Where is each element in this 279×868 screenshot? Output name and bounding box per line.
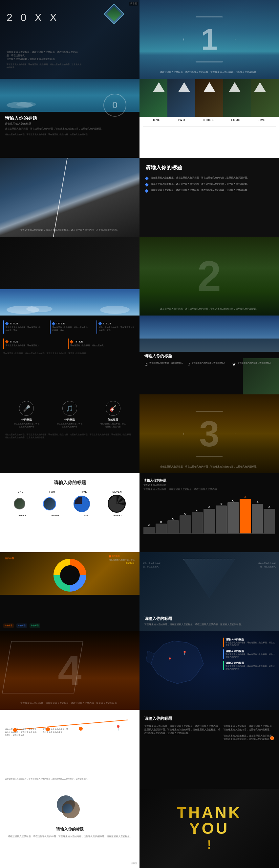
text-col-1: 请在这里输入您的标题，请在这里输入您的标题，请在这里输入您的内容，这里输入您的副… — [144, 725, 220, 741]
pie-tag-2: 你的标题 — [16, 623, 27, 628]
timeline-dot-3 — [79, 727, 83, 731]
content-title: 请输入你的标题 — [145, 164, 273, 171]
mountain-bg — [0, 158, 139, 237]
timeline-circles-slide: 请输入你的标题 ONE TWO FIVE SEVEN T — [0, 473, 139, 552]
cover-slide-left: 演示园 2 0 X X 请在这里输入您的标题，请在这里输入您的标题，请在这里输入… — [0, 0, 139, 79]
watermark-final: 演示园 — [131, 862, 137, 865]
pie-top-right-labels: 你的标题 请在这里输入您的标题，请在 — [109, 555, 135, 561]
text-col-title: 请输入你的标题 — [144, 716, 274, 721]
timeline-top-labels: ONE TWO FIVE SEVEN — [5, 491, 135, 493]
final-body: 请在这里输入您的标题，请在这里输入您的标题，请在这里输入您的内容，这里输入您的副… — [5, 835, 135, 838]
icon-circles-footer: 请在这里输入您的标题，请在这里输入您的标题，请在这里输入您的内容，这里输入您的副… — [5, 433, 135, 439]
nav-one: ONE — [153, 118, 161, 122]
bullet-item-3: 请在这里输入您的标题，请在这里输入您的标题，请在这里输入您的内容，这里输入您的副… — [145, 189, 273, 192]
circle-1 — [14, 498, 25, 509]
text-col-2: 请在这里输入您的标题，请在这里输入您的标题，请在这里输入您的内容，这里输入您的副… — [223, 725, 274, 741]
circles-logo — [57, 795, 83, 822]
mountain-slide: 请在这里输入您的标题，请在这里输入您的标题，请在这里输入您的内容，这里输入您的副… — [0, 158, 139, 237]
section4-footer: 请在这里输入您的标题，请在这里输入您的标题，请在这里输入您的内容，这里输入您的副… — [5, 702, 135, 705]
content-bullets-slide: 请输入你的标题 请在这里输入您的标题，请在这里输入您的标题，请在这里输入您的内容… — [139, 158, 279, 237]
section2-footer: 请在这里输入您的标题，请在这里输入您的标题，请在这里输入您的内容，这里输入您的副… — [144, 307, 274, 311]
nav-five: FIVE — [258, 118, 266, 122]
circle-2 — [43, 497, 56, 510]
timeline-pin: 📍 — [115, 725, 121, 731]
section2-intro-slide: 请输入大你的标题 请在这里输入您的内容 请在这里输入内容 请在这里输入您的标题，… — [0, 237, 139, 315]
title-row-bottom: TITLE 请在这里输入您的标题，请在这里输入 TITLE 请在这里输入您的标题… — [3, 339, 136, 349]
title-item-4: TITLE 请在这里输入您的标题，请在这里输入 — [3, 339, 63, 349]
title-item-1: TITLE 请在这里输入您的标题，请在这里输入您的标题，请在 — [3, 320, 43, 334]
timeline-text-1: 请在这里输入人物的简介，请在这里输入人物的简介，请在这里输入人物的简介，请在这里… — [5, 728, 38, 737]
triangle-side-text-left: 请在这里输入您的标题，请在这里输入 — [143, 562, 163, 568]
icon-circle-music: 🎵 你的标题 请在这里输入您的标题，请在这里输入您的内容 — [57, 401, 83, 428]
triangle-body: 请在这里输入您的标题，请在这里输入您的标题，请在这里输入您的内容，这里输入您的副… — [144, 623, 274, 626]
bar-chart-visual: ⚙ ⚙ ⚙ ⚙ ⚙ — [143, 494, 275, 534]
onetofive-slide: ONE TWO THREE FOUR FIVE — [139, 79, 279, 158]
thankyou-exclaim: ! — [177, 838, 242, 852]
chart-title: 请输入你的标题 — [143, 478, 275, 483]
section-number-3: 3 — [199, 416, 219, 452]
mountain-footer: 请在这里输入您的标题，请在这里输入您的标题，请在这里输入您的内容，这里输入您的副… — [5, 228, 135, 232]
section1-text: 请在这里输入您的标题，请在这里输入您的标题，请在这里输入您的内容，这里输入您的副… — [144, 71, 274, 74]
chart-body: 请在这里输入您的标题，请在这里输入您的标题，请在这里输入您的内容 — [143, 488, 275, 491]
watermark-left: 演示园 — [129, 2, 138, 6]
timeline-dot-2 — [46, 727, 50, 731]
thankyou-slide: THANK YOU ! — [139, 789, 279, 868]
thankyou-line1: THANK — [177, 805, 242, 821]
thankyou-line2: YOU — [177, 821, 242, 836]
intro-footer: 请在这里输入您的标题，请在这里输入您的标题，请在这里输入您的内容，这里输入您的副… — [5, 133, 135, 136]
section2-number-slide: 2 请在这里输入您的标题，请在这里输入您的标题，请在这里输入您的内容，这里输入您… — [139, 237, 279, 315]
pie-label-2: 你的标题 — [126, 562, 135, 565]
orange-dot — [270, 736, 274, 740]
nav-four: FOUR — [231, 118, 241, 122]
intro-body: 请在这里输入您的标题，请在这里输入您的标题，请在这里输入您的内容，这里输入您的副… — [5, 127, 135, 130]
nav-labels: ONE TWO THREE FOUR FIVE — [139, 118, 279, 122]
piechart-slide: 你的标题 你的标题 你的标题 请在这里输入您的标题，请在 你的标题 你的标题 你… — [0, 552, 139, 631]
timeline-dot-1 — [13, 728, 17, 732]
sky-strip — [0, 289, 139, 315]
circles-visual-row — [5, 495, 135, 513]
intro-title: 请输入你的标题 — [5, 115, 135, 121]
text-columns: 请在这里输入您的标题，请在这里输入您的标题，请在这里输入您的内容，这里输入您的副… — [144, 725, 274, 741]
icon-label-1: 你的标题 — [13, 418, 40, 421]
thankyou-content: THANK YOU ! — [177, 805, 242, 852]
map-outline — [144, 638, 210, 690]
timeline-line-slide: 📍 请在这里输入人物的简介，请在这里输入人物的简介，请在这里输入人物的简介，请在… — [0, 710, 139, 789]
map-label-title-2: 请输入你的标题 — [225, 649, 276, 653]
circle-4 — [108, 495, 126, 513]
intro-subtitle: 请在这里输入您的标题 — [5, 122, 135, 126]
title-row-top: TITLE 请在这里输入您的标题，请在这里输入您的标题，请在 TITLE 请在这… — [3, 320, 136, 334]
intro-content: 请输入你的标题 请在这里输入您的标题 请在这里输入您的标题，请在这里输入您的标题… — [5, 115, 135, 136]
pie-bottom-content: 你的标题 你的标题 你的标题 — [3, 623, 136, 628]
section1-slide: 1 请在这里输入您的标题，请在这里输入您的标题，请在这里输入您的内容，这里输入您… — [139, 0, 279, 79]
title-item-3: TITLE 请在这里输入您的标题，请在这里输入您的标题，请在 — [97, 320, 137, 334]
right-content: 请输入你的标题 ♫ 请在这里输入您的标题，请在这里输入 ♪ 请在这里输入您的标题… — [144, 353, 274, 367]
icon-item-a: ♫ 请在这里输入您的标题，请在这里输入 — [144, 362, 186, 367]
icon-circles-slide: 🎤 你的标题 请在这里输入您的标题，请在这里输入您的内容 🎵 你的标题 请在这里… — [0, 394, 139, 473]
barchart-slide: 请输入你的标题 请在这里输入您的内容 请在这里输入您的标题，请在这里输入您的标题… — [139, 473, 279, 552]
bullet-item-2: 请在这里输入您的标题，请在这里输入您的标题，请在这里输入您的内容，这里输入您的副… — [145, 182, 273, 186]
intro-left-slide: 0 请输入你的标题 请在这里输入您的标题 请在这里输入您的标题，请在这里输入您的… — [0, 79, 139, 158]
cover-footer: 请在这里输入您的标题，请在这里输入您的标题，请在这里输入您的内容，这里输入您的副… — [7, 63, 82, 69]
section-number-2: 2 — [197, 255, 221, 298]
right-title: 请输入你的标题 — [144, 353, 274, 359]
map-label-title-3: 请输入你的标题 — [225, 661, 276, 665]
circle-zero: 0 — [103, 94, 126, 117]
triangle-content-slide: 请输入你的标题 请在这里输入您的标题，请在这里输入您的标题，请在这里输入您的内容… — [139, 552, 279, 631]
triangle-side-text-right: 请在这里输入您的标题，请在这里输入 — [256, 562, 276, 568]
pie-label-1: 你的标题 — [5, 557, 14, 560]
timeline-title: 请输入你的标题 — [5, 480, 135, 486]
triangle-title: 请输入你的标题 — [144, 616, 274, 621]
map-pin-1: 📍 — [182, 651, 187, 655]
cover-year: 2 0 X X — [7, 11, 60, 24]
icon-item-b: ♪ 请在这里输入您的标题，请在这里输入 — [188, 362, 230, 367]
titles-grid-slide: TITLE 请在这里输入您的标题，请在这里输入您的标题，请在 TITLE 请在这… — [0, 315, 139, 394]
section3-footer: 请在这里输入您的标题，请在这里输入您的标题，请在这里输入您的内容，这里输入您的副… — [144, 465, 274, 468]
timeline-bottom: 请在这里输入人物的简介，请在这里输入人物的简介，请在这里输入人物的简介，请在这里… — [5, 774, 135, 781]
icon-circle-guitar: 🎸 你的标题 请在这里输入您的标题，请在这里输入您的内容 — [100, 401, 126, 428]
map-label-title-1: 请输入你的标题 — [225, 638, 276, 641]
icon-item-c: ★ 请在这里输入您的标题，请在这里输入 — [232, 362, 274, 367]
timeline-bottom-labels: THREE FOUR SIX EIGHT — [5, 514, 135, 517]
titles-footer: 请在这里输入您的标题，请在这里输入您的标题，请在这里输入您的内容，这里输入您的副… — [3, 352, 136, 355]
section4-slide: 4 请在这里输入您的标题，请在这里输入您的标题，请在这里输入您的内容，这里输入您… — [0, 631, 139, 710]
circle-3 — [73, 496, 90, 512]
